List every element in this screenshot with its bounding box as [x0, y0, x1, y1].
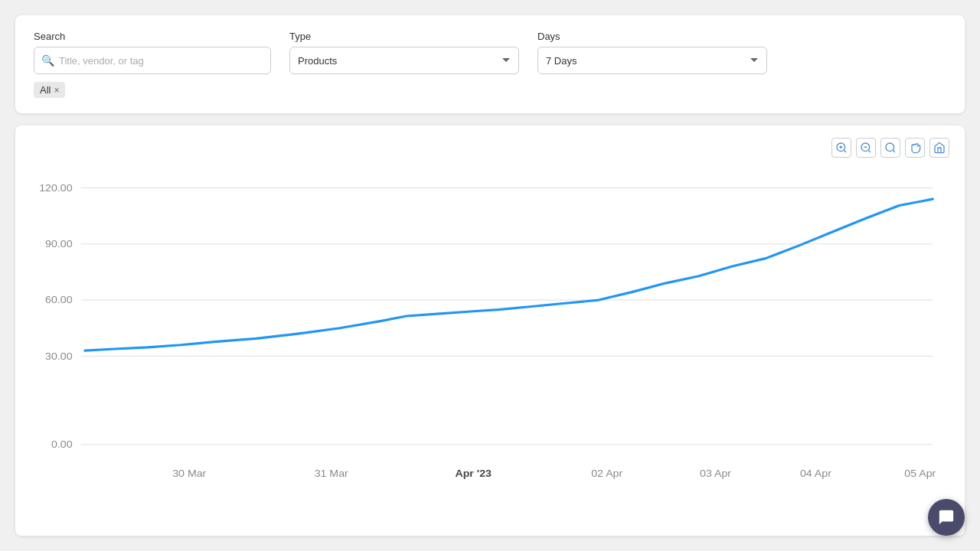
- type-select[interactable]: Products Variants Collections: [289, 47, 519, 74]
- tag-close-button[interactable]: ×: [54, 86, 59, 95]
- zoom-in-button[interactable]: [831, 138, 851, 158]
- svg-text:31 Mar: 31 Mar: [315, 467, 348, 479]
- svg-text:04 Apr: 04 Apr: [800, 467, 831, 479]
- svg-text:03 Apr: 03 Apr: [700, 467, 731, 479]
- chart-svg: 120.00 90.00 60.00 30.00 0.00 30 Mar 31 …: [31, 164, 949, 500]
- days-label: Days: [537, 31, 767, 42]
- svg-point-7: [886, 143, 894, 152]
- svg-text:0.00: 0.00: [51, 438, 73, 450]
- days-group: Days 7 Days 14 Days 30 Days 90 Days: [537, 31, 767, 74]
- svg-line-1: [844, 150, 846, 152]
- type-group: Type Products Variants Collections: [289, 31, 519, 74]
- tag-label: All: [40, 84, 51, 96]
- search-wrapper: 🔍: [34, 47, 271, 74]
- filter-row: Search 🔍 Type Products Variants Collecti…: [34, 31, 946, 74]
- svg-text:90.00: 90.00: [45, 237, 73, 249]
- svg-text:Apr '23: Apr '23: [455, 467, 492, 479]
- chart-area: 120.00 90.00 60.00 30.00 0.00 30 Mar 31 …: [31, 164, 949, 500]
- svg-line-8: [893, 150, 895, 152]
- search-label: Search: [34, 31, 271, 42]
- svg-text:02 Apr: 02 Apr: [591, 467, 622, 479]
- tags-row: All ×: [34, 82, 946, 98]
- svg-text:30 Mar: 30 Mar: [172, 467, 206, 479]
- all-tag-badge: All ×: [34, 82, 65, 98]
- svg-text:30.00: 30.00: [45, 350, 73, 362]
- svg-line-5: [868, 150, 871, 152]
- search-group: Search 🔍: [34, 31, 271, 74]
- search-icon: 🔍: [41, 54, 54, 67]
- chart-controls: [31, 138, 949, 158]
- svg-text:05 Apr: 05 Apr: [904, 467, 936, 479]
- home-button[interactable]: [929, 138, 949, 158]
- svg-text:60.00: 60.00: [45, 294, 73, 306]
- days-select[interactable]: 7 Days 14 Days 30 Days 90 Days: [537, 47, 767, 74]
- filter-card: Search 🔍 Type Products Variants Collecti…: [15, 15, 965, 113]
- pan-button[interactable]: [905, 138, 925, 158]
- zoom-out-button[interactable]: [856, 138, 876, 158]
- type-label: Type: [289, 31, 519, 42]
- svg-text:120.00: 120.00: [39, 181, 73, 194]
- chart-card: 120.00 90.00 60.00 30.00 0.00 30 Mar 31 …: [15, 126, 965, 536]
- chat-button[interactable]: [928, 499, 965, 536]
- magnify-button[interactable]: [880, 138, 900, 158]
- search-input[interactable]: [34, 47, 271, 74]
